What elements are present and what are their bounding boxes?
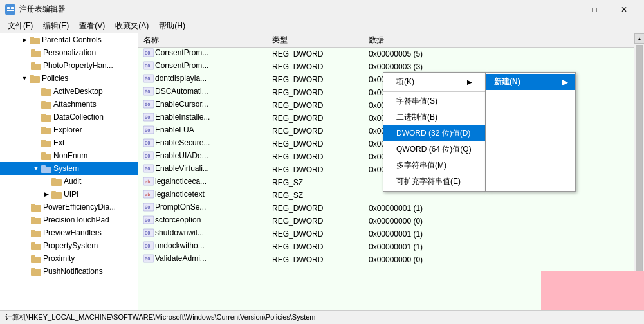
tree-item-system[interactable]: ▼ System [0, 162, 138, 175]
context-menu-item-binary[interactable]: 二进制值(B) [383, 109, 485, 125]
expand-icon[interactable]: ▼ [19, 73, 30, 84]
context-menu-label: 多字符串值(M) [396, 160, 446, 171]
svg-rect-36 [31, 230, 35, 231]
tree-item-propertysystem[interactable]: PropertySystem [0, 239, 138, 252]
svg-rect-2 [11, 7, 14, 9]
context-menu-item-expandstring[interactable]: 可扩充字符串值(E) [383, 174, 485, 190]
table-row[interactable]: 00 ConsentProm... REG_DWORD0x00000003 (3… [138, 60, 634, 73]
context-menu-item-string[interactable]: 字符串值(S) [383, 93, 485, 109]
svg-rect-28 [51, 178, 56, 180]
cell-name: 00 dontdisplayla... [138, 73, 267, 86]
svg-rect-20 [41, 127, 46, 129]
svg-rect-12 [30, 75, 34, 77]
cell-type: REG_DWORD [267, 73, 363, 86]
tree-item-audit[interactable]: Audit [0, 175, 138, 188]
cell-name: 00 EnableCursor... [138, 99, 267, 112]
table-row[interactable]: 00 ValidateAdmi... REG_DWORD0x00000000 (… [138, 253, 634, 266]
tree-label: PreviewHandlers [43, 228, 102, 237]
expand-icon[interactable]: ▼ [31, 163, 41, 174]
table-row[interactable]: 00 shutdownwit... REG_DWORD0x00000001 (1… [138, 228, 634, 240]
folder-icon [31, 216, 41, 224]
minimize-button[interactable]: ─ [550, 0, 580, 19]
tree-label: PhotoPropertyHan... [43, 61, 113, 70]
tree-item-precisiontouchpad[interactable]: PrecisionTouchPad [0, 213, 138, 226]
tree-item-photoproperty[interactable]: PhotoPropertyHan... [0, 59, 138, 72]
context-menu-label: 项(K) [396, 76, 414, 87]
tree-item-activedesktop[interactable]: ActiveDesktop [0, 85, 138, 98]
cell-type: REG_DWORD [267, 163, 363, 176]
cell-type: REG_DWORD [267, 112, 363, 125]
table-row[interactable]: 00 scforceoption REG_DWORD0x00000000 (0) [138, 215, 634, 228]
svg-rect-7 [31, 51, 41, 57]
tree-item-attachments[interactable]: Attachments [0, 98, 138, 111]
cell-name: 00 EnableVirtuali... [138, 163, 267, 176]
tree-item-policies[interactable]: ▼ Policies [0, 72, 138, 85]
tree-label: Policies [42, 74, 68, 83]
tree-item-parental-controls[interactable]: ▶ Parental Controls [0, 33, 138, 46]
tree-label: ActiveDesktop [53, 87, 103, 96]
tree-item-datacollection[interactable]: DataCollection [0, 111, 138, 123]
submenu: 新建(N) ▶ [486, 72, 576, 192]
svg-rect-23 [41, 154, 51, 160]
tree-item-pushnotifications[interactable]: PushNotifications [0, 265, 138, 278]
tree-label: PowerEfficiencyDia... [43, 203, 116, 212]
menu-edit[interactable]: 编辑(E) [38, 19, 74, 33]
cell-name: 00 EnableUIADe... [138, 150, 267, 163]
scroll-thumb[interactable] [636, 45, 643, 298]
tree-item-ext[interactable]: Ext [0, 136, 138, 149]
cell-name: ab legalnoticeca... [138, 176, 267, 189]
scroll-up-button[interactable]: ▲ [634, 33, 644, 44]
tree-item-explorer[interactable]: Explorer [0, 123, 138, 136]
menu-file[interactable]: 文件(F) [3, 19, 38, 33]
svg-rect-30 [51, 191, 56, 193]
context-menu-label: 可扩充字符串值(E) [396, 176, 461, 187]
context-menu-item-multistring[interactable]: 多字符串值(M) [383, 158, 485, 174]
svg-rect-34 [31, 217, 35, 219]
context-menu-item-xiang[interactable]: 项(K) ▶ [383, 74, 485, 90]
tree-item-personalization[interactable]: Personalization [0, 46, 138, 59]
context-menu-item-qword[interactable]: QWORD (64 位)值(Q) [383, 141, 485, 158]
tree-item-nonenum[interactable]: NonEnum [0, 149, 138, 162]
menu-favorites[interactable]: 收藏夹(A) [110, 19, 154, 33]
submenu-title: 新建(N) ▶ [486, 74, 575, 90]
expand-icon[interactable]: ▶ [19, 35, 30, 45]
folder-icon [51, 177, 62, 186]
cell-type: REG_DWORD [267, 150, 363, 163]
folder-icon [51, 190, 62, 199]
menu-help[interactable]: 帮助(H) [154, 19, 190, 33]
folder-icon [31, 267, 41, 276]
svg-rect-38 [31, 242, 35, 244]
svg-rect-5 [30, 38, 40, 44]
svg-rect-1 [7, 7, 10, 9]
svg-text:00: 00 [145, 89, 150, 94]
tree-label: Ext [53, 138, 64, 147]
context-menu-item-dword[interactable]: DWORD (32 位)值(D) [383, 125, 485, 141]
svg-rect-39 [31, 256, 41, 263]
status-bar: 计算机\HKEY_LOCAL_MACHINE\SOFTWARE\Microsof… [0, 310, 644, 324]
table-row[interactable]: 00 PromptOnSe... REG_DWORD0x00000001 (1) [138, 202, 634, 215]
menu-view[interactable]: 查看(V) [74, 19, 110, 33]
expand-icon[interactable]: ▶ [41, 189, 51, 199]
folder-icon [31, 62, 41, 70]
tree-item-proximity[interactable]: Proximity [0, 252, 138, 265]
table-row[interactable]: 00 undockwitho... REG_DWORD0x00000001 (1… [138, 240, 634, 253]
table-row[interactable]: 00 ConsentProm... REG_DWORD0x00000005 (5… [138, 48, 634, 60]
cell-name: 00 EnableSecure... [138, 138, 267, 150]
col-data: 数据 [363, 33, 634, 48]
cell-type: REG_DWORD [267, 202, 363, 215]
svg-rect-11 [30, 76, 40, 83]
maximize-button[interactable]: □ [580, 0, 609, 19]
svg-rect-37 [31, 244, 41, 250]
close-button[interactable]: ✕ [609, 0, 639, 19]
submenu-title-label: 新建(N) [494, 76, 520, 87]
cell-data: 0x00000001 (1) [363, 228, 634, 240]
cell-type: REG_DWORD [267, 48, 363, 60]
scroll-track[interactable]: ▲ ▼ [634, 33, 644, 310]
tree-item-previewhandlers[interactable]: PreviewHandlers [0, 226, 138, 239]
tree-item-uipi[interactable]: ▶ UIPI [0, 188, 138, 201]
cell-name: 00 ConsentProm... [138, 60, 267, 73]
folder-icon [31, 229, 41, 237]
tree-item-powerefficiency[interactable]: PowerEfficiencyDia... [0, 201, 138, 213]
svg-rect-0 [6, 6, 14, 14]
folder-icon [41, 87, 51, 96]
